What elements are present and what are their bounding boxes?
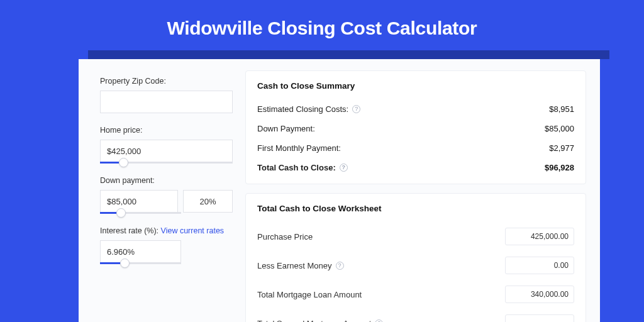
interest-slider-fill [100,262,120,264]
worksheet-input-second-mortgage[interactable] [505,314,574,322]
worksheet-row-earnest-money: Less Earnest Money ? [257,251,574,280]
view-rates-link[interactable]: View current rates [161,226,225,235]
down-payment-pct-input[interactable] [183,190,233,213]
help-icon[interactable]: ? [352,105,360,113]
worksheet-card: Total Cash to Close Worksheet Purchase P… [245,193,586,322]
worksheet-title: Total Cash to Close Worksheet [257,204,574,213]
zip-field-group: Property Zip Code: [100,77,233,113]
interest-input[interactable] [100,240,181,263]
down-payment-slider-fill [100,212,116,214]
calculator-panel: Property Zip Code: Home price: Down paym… [79,59,600,322]
down-payment-input[interactable] [100,190,178,213]
summary-total-value: $96,928 [545,163,574,172]
home-price-slider-thumb[interactable] [119,158,128,167]
worksheet-input-mortgage-loan[interactable] [505,286,574,303]
worksheet-label: Less Earnest Money [257,261,332,270]
summary-row-first-monthly: First Monthly Payment: $2,977 [257,138,574,158]
home-price-slider-fill [100,162,119,164]
page-title: Widowville Closing Cost Calculator [0,0,644,53]
summary-label: First Monthly Payment: [257,143,341,153]
interest-label-text: Interest rate (%): [100,226,158,235]
worksheet-label: Purchase Price [257,232,313,242]
inputs-column: Property Zip Code: Home price: Down paym… [79,59,245,322]
down-payment-field-group: Down payment: [100,176,233,214]
results-column: Cash to Close Summary Estimated Closing … [245,59,600,322]
summary-label: Estimated Closing Costs: [257,104,348,114]
home-price-field-group: Home price: [100,126,233,164]
summary-value: $85,000 [545,124,574,133]
interest-slider-thumb[interactable] [120,258,130,268]
interest-field-group: Interest rate (%): View current rates [100,226,233,264]
home-price-label: Home price: [100,126,233,135]
panel-shadow [88,50,609,59]
help-icon[interactable]: ? [336,262,344,270]
summary-title: Cash to Close Summary [257,81,574,91]
summary-total-label: Total Cash to Close: [257,163,336,172]
help-icon[interactable]: ? [340,164,348,172]
down-payment-slider-thumb[interactable] [116,208,126,218]
home-price-slider[interactable] [100,162,233,164]
interest-slider[interactable] [100,262,181,264]
summary-row-closing-costs: Estimated Closing Costs: ? $8,951 [257,99,574,119]
help-icon[interactable]: ? [375,319,383,323]
summary-card: Cash to Close Summary Estimated Closing … [245,70,586,184]
worksheet-row-second-mortgage: Total Second Mortgage Amount ? [257,309,574,322]
summary-value: $2,977 [549,143,574,153]
worksheet-row-mortgage-loan: Total Mortgage Loan Amount [257,280,574,309]
worksheet-row-purchase-price: Purchase Price [257,222,574,251]
summary-label: Down Payment: [257,124,315,133]
summary-row-down-payment: Down Payment: $85,000 [257,119,574,138]
summary-row-total: Total Cash to Close: ? $96,928 [257,158,574,177]
zip-label: Property Zip Code: [100,77,233,86]
worksheet-label: Total Second Mortgage Amount [257,319,371,323]
down-payment-slider[interactable] [100,212,181,214]
summary-value: $8,951 [549,104,574,114]
worksheet-input-earnest-money[interactable] [505,257,574,274]
zip-input[interactable] [100,91,233,113]
down-payment-label: Down payment: [100,176,233,185]
worksheet-input-purchase-price[interactable] [505,228,574,245]
worksheet-label: Total Mortgage Loan Amount [257,290,362,299]
interest-label: Interest rate (%): View current rates [100,226,233,235]
